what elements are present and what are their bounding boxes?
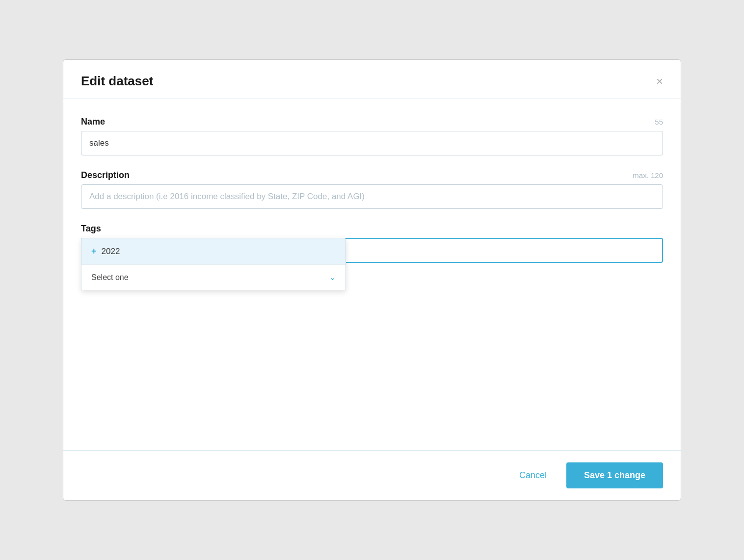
dialog-body: Name 55 Description max. 120 Tags ⚲ s — [63, 99, 681, 450]
dropdown-add-item[interactable]: + 2022 — [81, 238, 345, 264]
description-input[interactable] — [81, 184, 663, 209]
dialog-footer: Cancel Save 1 change — [63, 450, 681, 500]
name-label: Name — [81, 117, 105, 127]
add-icon: + — [91, 246, 97, 256]
description-label-row: Description max. 120 — [81, 170, 663, 180]
name-field-group: Name 55 — [81, 117, 663, 155]
close-icon[interactable]: × — [656, 76, 663, 87]
tags-label: Tags — [81, 224, 101, 234]
tags-label-row: Tags — [81, 224, 663, 234]
name-input[interactable] — [81, 131, 663, 155]
select-one-label: Select one — [91, 273, 129, 282]
chevron-down-icon: ⌄ — [329, 273, 336, 282]
tags-dropdown-container: ⚲ sales × projections × + 2022 — [81, 238, 663, 263]
save-button[interactable]: Save 1 change — [566, 462, 663, 488]
name-hint: 55 — [655, 118, 663, 126]
description-hint: max. 120 — [633, 171, 663, 179]
edit-dataset-dialog: Edit dataset × Name 55 Description max. … — [63, 59, 681, 501]
description-field-group: Description max. 120 — [81, 170, 663, 209]
dropdown-select-one[interactable]: Select one ⌄ — [81, 264, 345, 290]
tags-dropdown-suggestion: + 2022 Select one ⌄ — [81, 238, 346, 290]
cancel-button[interactable]: Cancel — [509, 463, 557, 487]
dialog-header: Edit dataset × — [63, 60, 681, 99]
tags-field-group: Tags ⚲ sales × projections × — [81, 224, 663, 263]
description-label: Description — [81, 170, 130, 180]
dialog-title: Edit dataset — [81, 74, 153, 89]
name-label-row: Name 55 — [81, 117, 663, 127]
dropdown-add-label: 2022 — [102, 247, 120, 256]
